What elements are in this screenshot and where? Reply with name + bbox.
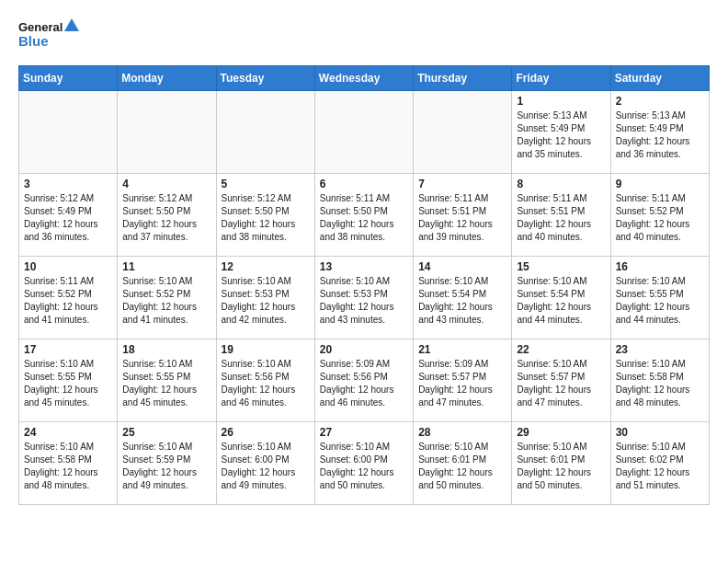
calendar-cell: 20Sunrise: 5:09 AM Sunset: 5:56 PM Dayli…: [314, 339, 413, 422]
calendar-cell: 19Sunrise: 5:10 AM Sunset: 5:56 PM Dayli…: [216, 339, 314, 422]
day-number: 21: [418, 343, 506, 356]
weekday-header-monday: Monday: [118, 66, 216, 91]
week-row-2: 10Sunrise: 5:11 AM Sunset: 5:52 PM Dayli…: [19, 257, 710, 339]
day-number: 25: [122, 426, 210, 439]
logo-svg: General Blue: [18, 15, 83, 56]
weekday-header-tuesday: Tuesday: [216, 66, 314, 91]
calendar-cell: [314, 91, 413, 174]
day-number: 28: [418, 426, 506, 439]
calendar-cell: 3Sunrise: 5:12 AM Sunset: 5:49 PM Daylig…: [19, 174, 118, 257]
day-number: 3: [24, 178, 112, 190]
day-number: 12: [222, 260, 310, 273]
day-info: Sunrise: 5:12 AM Sunset: 5:50 PM Dayligh…: [122, 192, 210, 244]
calendar-cell: 22Sunrise: 5:10 AM Sunset: 5:57 PM Dayli…: [512, 339, 610, 422]
calendar-cell: [19, 91, 118, 174]
day-info: Sunrise: 5:11 AM Sunset: 5:51 PM Dayligh…: [418, 192, 506, 244]
weekday-header-row: SundayMondayTuesdayWednesdayThursdayFrid…: [19, 66, 710, 91]
day-info: Sunrise: 5:10 AM Sunset: 5:58 PM Dayligh…: [24, 441, 112, 492]
day-info: Sunrise: 5:10 AM Sunset: 6:00 PM Dayligh…: [222, 441, 310, 492]
svg-marker-2: [64, 18, 79, 31]
svg-text:Blue: Blue: [18, 33, 49, 49]
day-info: Sunrise: 5:11 AM Sunset: 5:50 PM Dayligh…: [320, 192, 408, 244]
calendar-cell: 15Sunrise: 5:10 AM Sunset: 5:54 PM Dayli…: [512, 257, 610, 339]
calendar-table: SundayMondayTuesdayWednesdayThursdayFrid…: [18, 65, 710, 505]
calendar-cell: 10Sunrise: 5:11 AM Sunset: 5:52 PM Dayli…: [19, 257, 118, 339]
day-number: 14: [418, 260, 506, 273]
day-info: Sunrise: 5:10 AM Sunset: 6:02 PM Dayligh…: [616, 441, 704, 492]
calendar-cell: 1Sunrise: 5:13 AM Sunset: 5:49 PM Daylig…: [512, 91, 610, 174]
day-info: Sunrise: 5:11 AM Sunset: 5:52 PM Dayligh…: [616, 192, 704, 244]
day-info: Sunrise: 5:12 AM Sunset: 5:49 PM Dayligh…: [24, 192, 112, 244]
calendar-cell: 18Sunrise: 5:10 AM Sunset: 5:55 PM Dayli…: [118, 339, 216, 422]
week-row-0: 1Sunrise: 5:13 AM Sunset: 5:49 PM Daylig…: [19, 91, 710, 174]
day-info: Sunrise: 5:10 AM Sunset: 6:01 PM Dayligh…: [418, 441, 506, 492]
day-number: 10: [24, 260, 112, 273]
calendar-cell: 5Sunrise: 5:12 AM Sunset: 5:50 PM Daylig…: [216, 174, 314, 257]
calendar-cell: 2Sunrise: 5:13 AM Sunset: 5:49 PM Daylig…: [610, 91, 709, 174]
day-info: Sunrise: 5:10 AM Sunset: 6:00 PM Dayligh…: [320, 441, 408, 492]
day-info: Sunrise: 5:10 AM Sunset: 5:58 PM Dayligh…: [616, 358, 704, 409]
page: General Blue SundayMondayTuesdayWednesda…: [0, 0, 728, 523]
calendar-cell: [118, 91, 216, 174]
day-info: Sunrise: 5:10 AM Sunset: 5:54 PM Dayligh…: [517, 275, 605, 327]
day-info: Sunrise: 5:12 AM Sunset: 5:50 PM Dayligh…: [222, 192, 310, 244]
weekday-header-friday: Friday: [512, 66, 610, 91]
calendar-cell: 12Sunrise: 5:10 AM Sunset: 5:53 PM Dayli…: [216, 257, 314, 339]
calendar-cell: 4Sunrise: 5:12 AM Sunset: 5:50 PM Daylig…: [118, 174, 216, 257]
day-info: Sunrise: 5:11 AM Sunset: 5:52 PM Dayligh…: [24, 275, 112, 327]
week-row-4: 24Sunrise: 5:10 AM Sunset: 5:58 PM Dayli…: [19, 422, 710, 505]
calendar-cell: 23Sunrise: 5:10 AM Sunset: 5:58 PM Dayli…: [610, 339, 709, 422]
weekday-header-thursday: Thursday: [414, 66, 512, 91]
day-number: 1: [517, 95, 605, 108]
day-number: 15: [517, 260, 605, 273]
day-number: 17: [24, 343, 112, 356]
calendar-cell: 14Sunrise: 5:10 AM Sunset: 5:54 PM Dayli…: [414, 257, 512, 339]
logo: General Blue: [18, 15, 83, 56]
day-number: 20: [320, 343, 408, 356]
calendar-cell: 21Sunrise: 5:09 AM Sunset: 5:57 PM Dayli…: [414, 339, 512, 422]
calendar-cell: 6Sunrise: 5:11 AM Sunset: 5:50 PM Daylig…: [314, 174, 413, 257]
day-info: Sunrise: 5:10 AM Sunset: 5:53 PM Dayligh…: [222, 275, 310, 327]
day-info: Sunrise: 5:10 AM Sunset: 6:01 PM Dayligh…: [517, 441, 605, 492]
day-info: Sunrise: 5:13 AM Sunset: 5:49 PM Dayligh…: [517, 109, 605, 161]
day-number: 27: [320, 426, 408, 439]
day-number: 19: [222, 343, 310, 356]
calendar-cell: 7Sunrise: 5:11 AM Sunset: 5:51 PM Daylig…: [414, 174, 512, 257]
weekday-header-saturday: Saturday: [610, 66, 709, 91]
day-info: Sunrise: 5:09 AM Sunset: 5:56 PM Dayligh…: [320, 358, 408, 409]
day-number: 24: [24, 426, 112, 439]
day-info: Sunrise: 5:10 AM Sunset: 5:55 PM Dayligh…: [24, 358, 112, 409]
calendar-cell: 17Sunrise: 5:10 AM Sunset: 5:55 PM Dayli…: [19, 339, 118, 422]
calendar-cell: 24Sunrise: 5:10 AM Sunset: 5:58 PM Dayli…: [19, 422, 118, 505]
day-number: 30: [616, 426, 704, 439]
day-info: Sunrise: 5:11 AM Sunset: 5:51 PM Dayligh…: [517, 192, 605, 244]
header: General Blue: [18, 15, 710, 56]
day-info: Sunrise: 5:10 AM Sunset: 5:57 PM Dayligh…: [517, 358, 605, 409]
day-number: 16: [616, 260, 704, 273]
day-number: 26: [222, 426, 310, 439]
day-info: Sunrise: 5:10 AM Sunset: 5:54 PM Dayligh…: [418, 275, 506, 327]
day-info: Sunrise: 5:10 AM Sunset: 5:53 PM Dayligh…: [320, 275, 408, 327]
day-number: 13: [320, 260, 408, 273]
calendar-cell: [216, 91, 314, 174]
day-number: 11: [122, 260, 210, 273]
day-number: 18: [122, 343, 210, 356]
day-number: 23: [616, 343, 704, 356]
day-number: 5: [222, 178, 310, 190]
day-number: 22: [517, 343, 605, 356]
calendar-cell: 29Sunrise: 5:10 AM Sunset: 6:01 PM Dayli…: [512, 422, 610, 505]
day-info: Sunrise: 5:10 AM Sunset: 5:56 PM Dayligh…: [222, 358, 310, 409]
calendar-cell: 16Sunrise: 5:10 AM Sunset: 5:55 PM Dayli…: [610, 257, 709, 339]
day-info: Sunrise: 5:13 AM Sunset: 5:49 PM Dayligh…: [616, 109, 704, 161]
day-number: 29: [517, 426, 605, 439]
day-number: 7: [418, 178, 506, 190]
weekday-header-sunday: Sunday: [19, 66, 118, 91]
day-info: Sunrise: 5:09 AM Sunset: 5:57 PM Dayligh…: [418, 358, 506, 409]
day-number: 4: [122, 178, 210, 190]
day-info: Sunrise: 5:10 AM Sunset: 5:55 PM Dayligh…: [616, 275, 704, 327]
weekday-header-wednesday: Wednesday: [314, 66, 413, 91]
calendar-cell: 25Sunrise: 5:10 AM Sunset: 5:59 PM Dayli…: [118, 422, 216, 505]
calendar-cell: 30Sunrise: 5:10 AM Sunset: 6:02 PM Dayli…: [610, 422, 709, 505]
day-number: 8: [517, 178, 605, 190]
svg-text:General: General: [18, 20, 63, 34]
